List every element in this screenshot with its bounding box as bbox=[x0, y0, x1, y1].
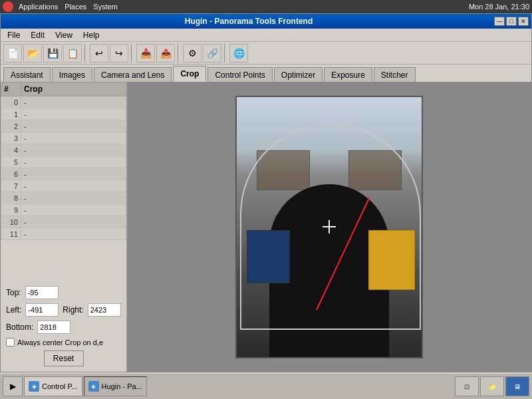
table-row[interactable]: 8- bbox=[1, 192, 126, 204]
sign-left bbox=[247, 230, 290, 283]
taskbar-control-p[interactable]: ◈ Control P... bbox=[24, 376, 82, 396]
applications-menu[interactable]: Applications bbox=[19, 3, 58, 11]
row-crop: - bbox=[21, 132, 126, 144]
table-body: 0-1-2-3-4-5-6-7-8-9-10-11- bbox=[1, 96, 126, 240]
image-panel[interactable] bbox=[127, 82, 531, 372]
stitch-button[interactable]: 🔗 bbox=[203, 44, 221, 63]
col-num-header: # bbox=[1, 82, 21, 96]
row-crop: - bbox=[21, 168, 126, 180]
settings-button[interactable]: ⚙ bbox=[183, 44, 201, 63]
places-menu[interactable]: Places bbox=[65, 3, 86, 11]
right-label: Right: bbox=[63, 305, 83, 315]
row-crop: - bbox=[21, 108, 126, 120]
help-menu[interactable]: Help bbox=[79, 29, 104, 41]
right-input[interactable] bbox=[88, 303, 121, 317]
table-row[interactable]: 5- bbox=[1, 156, 126, 168]
control-p-icon: ◈ bbox=[29, 381, 39, 392]
start-button[interactable]: ▶ bbox=[3, 376, 23, 396]
row-crop: - bbox=[21, 204, 126, 216]
view-menu[interactable]: View bbox=[51, 29, 76, 41]
close-button[interactable]: ✕ bbox=[518, 17, 529, 26]
row-num: 6 bbox=[1, 168, 21, 180]
building-window-right bbox=[348, 150, 402, 190]
monitor-icon-btn[interactable]: ⊡ bbox=[455, 376, 479, 396]
bottom-input[interactable] bbox=[37, 321, 70, 334]
row-crop: - bbox=[21, 228, 126, 240]
minimize-button[interactable]: — bbox=[494, 17, 505, 26]
control-p-label: Control P... bbox=[42, 382, 78, 390]
table-row[interactable]: 11- bbox=[1, 228, 126, 240]
fisheye-image bbox=[235, 96, 423, 358]
left-input[interactable] bbox=[25, 303, 59, 317]
top-input[interactable] bbox=[25, 286, 59, 299]
tab-exposure[interactable]: Exposure bbox=[324, 67, 372, 82]
table-row[interactable]: 2- bbox=[1, 120, 126, 132]
save-as-button[interactable]: 📋 bbox=[63, 44, 82, 63]
tab-crop[interactable]: Crop bbox=[173, 66, 206, 82]
maximize-button[interactable]: □ bbox=[506, 17, 517, 26]
redo-button[interactable]: ↪ bbox=[110, 44, 128, 63]
top-label: Top: bbox=[6, 288, 21, 297]
table-row[interactable]: 6- bbox=[1, 168, 126, 180]
taskbar-hugin[interactable]: ◈ Hugin - Pa... bbox=[84, 376, 147, 396]
hugin-icon: ◈ bbox=[88, 381, 99, 392]
content-area: # Crop 0-1-2-3-4-5-6-7-8-9-10-11- Top: L… bbox=[1, 82, 531, 372]
always-center-checkbox[interactable] bbox=[6, 338, 15, 346]
tab-assistant[interactable]: Assistant bbox=[3, 67, 51, 82]
row-crop: - bbox=[21, 192, 126, 204]
row-crop: - bbox=[21, 156, 126, 168]
left-right-row: Left: Right: bbox=[6, 303, 121, 317]
table-row[interactable]: 10- bbox=[1, 216, 126, 228]
table-row[interactable]: 1- bbox=[1, 108, 126, 120]
top-row: Top: bbox=[6, 286, 121, 299]
taskbar-bottom: ▶ ◈ Control P... ◈ Hugin - Pa... ⊡ 📁 🖥 bbox=[0, 372, 532, 399]
bottom-row: Bottom: bbox=[6, 321, 121, 334]
file-menu[interactable]: File bbox=[3, 29, 24, 41]
import-button[interactable]: 📥 bbox=[136, 44, 155, 63]
bottom-label: Bottom: bbox=[6, 323, 33, 332]
table-row[interactable]: 9- bbox=[1, 204, 126, 216]
export-button[interactable]: 📤 bbox=[156, 44, 175, 63]
crop-table: # Crop 0-1-2-3-4-5-6-7-8-9-10-11- bbox=[1, 82, 126, 281]
row-num: 1 bbox=[1, 108, 21, 120]
tab-camera-lens[interactable]: Camera and Lens bbox=[94, 67, 172, 82]
toolbar-separator-2 bbox=[131, 44, 134, 63]
system-menu[interactable]: System bbox=[93, 3, 118, 11]
left-panel: # Crop 0-1-2-3-4-5-6-7-8-9-10-11- Top: L… bbox=[1, 82, 127, 372]
tab-optimizer[interactable]: Optimizer bbox=[274, 67, 323, 82]
table-row[interactable]: 3- bbox=[1, 132, 126, 144]
undo-button[interactable]: ↩ bbox=[90, 44, 108, 63]
building-window-left bbox=[257, 150, 310, 190]
taskbar-top: Applications Places System Mon 28 Jan, 2… bbox=[0, 0, 532, 13]
display-icon-btn[interactable]: 🖥 bbox=[505, 376, 529, 396]
table-row[interactable]: 4- bbox=[1, 144, 126, 156]
row-crop: - bbox=[21, 216, 126, 228]
tab-images[interactable]: Images bbox=[52, 67, 92, 82]
row-num: 11 bbox=[1, 228, 21, 240]
open-button[interactable]: 📂 bbox=[23, 44, 42, 63]
edit-menu[interactable]: Edit bbox=[27, 29, 49, 41]
table-row[interactable]: 7- bbox=[1, 180, 126, 192]
save-button[interactable]: 💾 bbox=[43, 44, 62, 63]
sign-right bbox=[368, 230, 415, 290]
toolbar-separator-4 bbox=[224, 44, 227, 63]
new-button[interactable]: 📄 bbox=[3, 44, 22, 63]
folder-icon-btn[interactable]: 📁 bbox=[480, 376, 504, 396]
row-num: 4 bbox=[1, 144, 21, 156]
hugin-label: Hugin - Pa... bbox=[102, 382, 142, 390]
panorama-button[interactable]: 🌐 bbox=[229, 44, 248, 63]
toolbar-separator-3 bbox=[178, 44, 180, 63]
table-row[interactable]: 0- bbox=[1, 96, 126, 108]
tab-control-points[interactable]: Control Points bbox=[207, 67, 272, 82]
row-crop: - bbox=[21, 96, 126, 108]
app-icon bbox=[3, 1, 13, 12]
title-bar: Hugin - Panorama Tools Frontend — □ ✕ bbox=[1, 14, 531, 29]
row-crop: - bbox=[21, 120, 126, 132]
row-num: 0 bbox=[1, 96, 21, 108]
tab-stitcher[interactable]: Stitcher bbox=[374, 67, 416, 82]
menu-bar: File Edit View Help bbox=[1, 29, 531, 42]
row-num: 9 bbox=[1, 204, 21, 216]
window-title: Hugin - Panorama Tools Frontend bbox=[3, 17, 494, 26]
reset-button[interactable]: Reset bbox=[44, 350, 84, 366]
toolbar: 📄 📂 💾 📋 ↩ ↪ 📥 📤 ⚙ 🔗 🌐 bbox=[1, 42, 531, 65]
